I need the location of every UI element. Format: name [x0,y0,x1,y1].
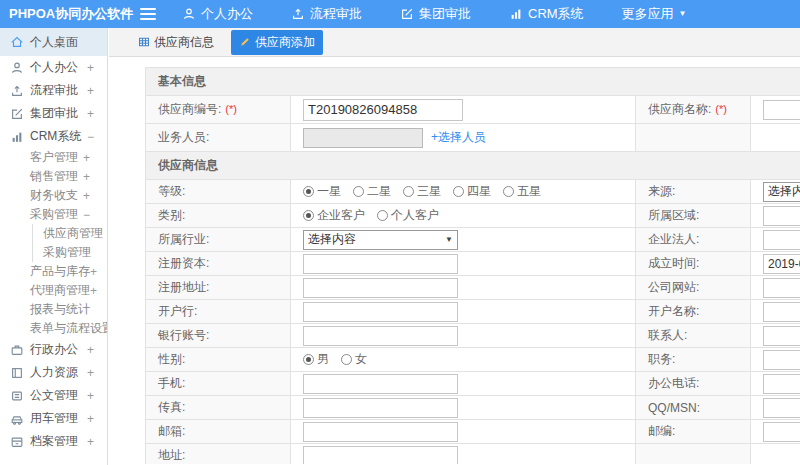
sidebar-item-group-approval[interactable]: 集团审批 + [0,102,107,125]
expand-icon[interactable]: + [90,284,108,298]
bank-account-input[interactable] [303,326,458,346]
expand-icon[interactable]: + [87,107,107,121]
expand-icon[interactable]: + [90,265,108,279]
topnav-crm-system[interactable]: CRM系统 [509,5,584,23]
sidebar-item-document-mgmt[interactable]: 公文管理 + [0,384,107,407]
tab-supplier-add[interactable]: 供应商添加 [231,30,323,55]
sidebar-item-workflow-approval[interactable]: 流程审批 + [0,79,107,102]
sidebar-item-personal-office[interactable]: 个人办公 + [0,56,107,79]
legal-person-input[interactable] [763,230,800,250]
row-mobile: 手机: 办公电话: [146,372,800,396]
reg-address-input[interactable] [303,278,458,298]
expand-icon[interactable]: + [87,84,107,98]
expand-icon[interactable]: + [87,412,107,426]
supplier-name-input[interactable] [763,100,800,120]
expand-icon[interactable]: + [87,366,107,380]
radio-gender-female[interactable]: 女 [341,351,367,368]
document-icon [10,389,24,403]
radio-level-2[interactable]: 二星 [353,183,391,200]
email-input[interactable] [303,422,458,442]
website-input[interactable] [763,278,800,298]
choose-staff-link[interactable]: +选择人员 [431,130,486,144]
fax-input[interactable] [303,398,458,418]
mobile-input[interactable] [303,374,458,394]
collapse-icon[interactable]: − [87,130,107,144]
expand-icon[interactable]: + [83,151,107,165]
radio-level-3[interactable]: 三星 [403,183,441,200]
sidebar-item-reports-stats[interactable]: 报表与统计 [0,300,107,319]
sidebar-item-supplier-mgmt[interactable]: 供应商管理 [32,224,107,243]
sidebar-item-archive-mgmt[interactable]: 档案管理 + [0,430,107,453]
address-input[interactable] [303,446,458,465]
sidebar-item-sales-mgmt[interactable]: 销售管理 + [0,167,107,186]
radio-category-personal[interactable]: 个人客户 [377,207,439,224]
radio-level-5[interactable]: 五星 [503,183,541,200]
row-address: 地址: [146,444,800,465]
zip-input[interactable] [763,422,800,442]
caret-down-icon: ▼ [445,236,453,244]
founded-date-input[interactable] [763,254,800,274]
expand-icon[interactable]: + [83,170,107,184]
sidebar-item-purchase-mgmt[interactable]: 采购管理 − [0,205,107,224]
row-supplier-code: 供应商编号:(*) 供应商名称:(*) [146,96,800,124]
topnav-more-apps[interactable]: 更多应用 ▼ [622,5,687,23]
sidebar-item-hr[interactable]: 人力资源 + [0,361,107,384]
sidebar-item-purchase-sub[interactable]: 采购管理 [32,243,107,262]
archive-icon [10,435,24,449]
source-select[interactable]: 选择内容▼ [763,182,800,202]
account-name-label: 开户名称: [648,304,699,318]
sidebar-item-customer-mgmt[interactable]: 客户管理 + [0,148,107,167]
expand-icon[interactable]: + [87,343,107,357]
required-mark: (*) [225,103,237,115]
radio-icon [453,186,464,197]
source-label: 来源: [648,184,675,198]
tab-supplier-info[interactable]: 供应商信息 [131,30,221,55]
chart-icon [10,130,24,144]
topnav-workflow-approval[interactable]: 流程审批 [291,5,362,23]
capital-input[interactable] [303,254,458,274]
chart-icon [509,7,523,21]
expand-icon[interactable]: + [87,435,107,449]
radio-category-company[interactable]: 企业客户 [303,207,365,224]
row-level: 等级: 一星 二星 三星 四星 五星 来源: 选择内容▼ [146,180,800,204]
office-phone-input[interactable] [763,374,800,394]
expand-icon[interactable]: + [87,389,107,403]
supplier-code-label: 供应商编号: [158,102,221,116]
row-email: 邮箱: 邮编: [146,420,800,444]
topnav-personal-office[interactable]: 个人办公 [182,5,253,23]
app-logo: PHPOA协同办公软件 [0,5,132,23]
qq-msn-input[interactable] [763,398,800,418]
radio-gender-male[interactable]: 男 [303,351,329,368]
expand-icon[interactable]: + [83,189,107,203]
sidebar-item-form-flow-settings[interactable]: 表单与流程设置 + [0,319,107,338]
topnav-group-approval[interactable]: 集团审批 [400,5,471,23]
industry-select[interactable]: 选择内容▼ [303,230,458,250]
collapse-icon[interactable]: − [83,208,107,222]
sidebar-item-finance[interactable]: 财务收支 + [0,186,107,205]
staff-input[interactable] [303,128,423,148]
supplier-code-input[interactable] [303,99,463,121]
row-bank-account: 银行账号: 联系人: [146,324,800,348]
sidebar-item-agent-mgmt[interactable]: 代理商管理 + [0,281,107,300]
sidebar-item-personal-desktop[interactable]: 个人桌面 [0,28,107,56]
radio-level-4[interactable]: 四星 [453,183,491,200]
contact-input[interactable] [763,326,800,346]
menu-toggle-icon[interactable] [140,8,156,20]
section-supplier-info: 供应商信息 [146,152,800,180]
position-input[interactable] [763,350,800,370]
radio-checked-icon [303,354,314,365]
sidebar-item-products-inventory[interactable]: 产品与库存 + [0,262,107,281]
account-name-input[interactable] [763,302,800,322]
expand-icon[interactable]: + [87,61,107,75]
car-icon [10,412,24,426]
qq-msn-label: QQ/MSN: [648,401,700,415]
region-input[interactable] [763,206,800,226]
user-icon [10,61,24,75]
user-icon [182,7,196,21]
sidebar-item-admin-office[interactable]: 行政办公 + [0,338,107,361]
sidebar-item-vehicle-mgmt[interactable]: 用车管理 + [0,407,107,430]
app-window: PHPOA协同办公软件 个人办公 流程审批 集团审批 CRM系统 更多应用 ▼ [0,0,800,465]
radio-level-1[interactable]: 一星 [303,183,341,200]
sidebar-item-crm-system[interactable]: CRM系统 − [0,125,107,148]
bank-input[interactable] [303,302,458,322]
